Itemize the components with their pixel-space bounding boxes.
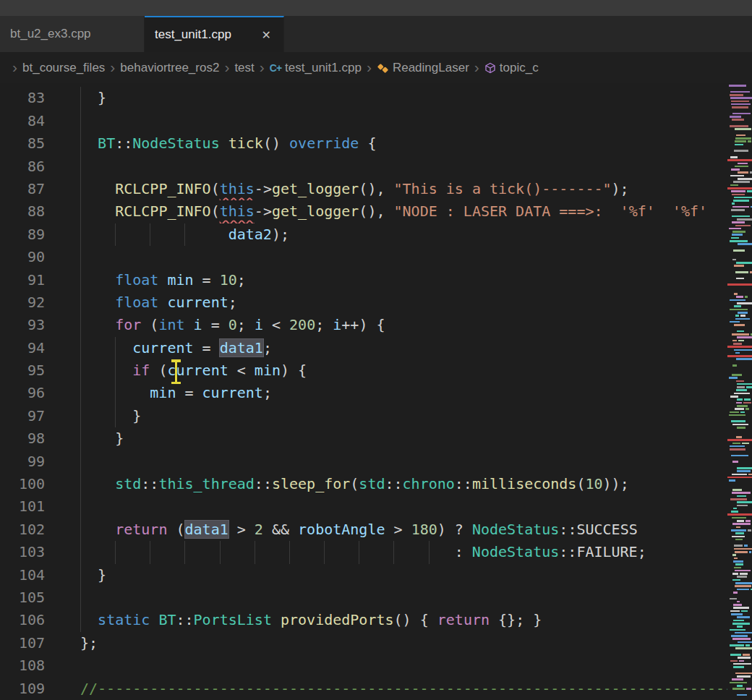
minimap-line: [732, 374, 742, 376]
code-line[interactable]: 103 : NodeStatus::FAILURE;: [0, 541, 727, 563]
tab-bt_u2_ex3.cpp[interactable]: bt_u2_ex3.cpp: [0, 16, 145, 52]
code-token: milliseconds: [472, 475, 577, 492]
code-line[interactable]: 92 float current;: [0, 291, 727, 314]
minimap-line: [732, 215, 751, 218]
indent-guide: [80, 609, 81, 631]
minimap-line: [730, 396, 739, 398]
code-line[interactable]: 101: [0, 495, 727, 518]
code-line[interactable]: 95 if (current < min) {: [0, 359, 727, 382]
minimap-line: [743, 402, 751, 404]
minimap-line: [737, 302, 752, 304]
code-line[interactable]: 90: [0, 246, 727, 268]
code-token: this_thread: [158, 475, 254, 492]
code-line[interactable]: 107};: [0, 632, 727, 654]
code-token: robotAngle: [298, 521, 385, 538]
code-line[interactable]: 93 for (int i = 0; i < 200; i++) {: [0, 314, 727, 336]
indent-guide: [220, 541, 221, 563]
breadcrumb-label: test_unit1.cpp: [285, 61, 362, 75]
code-line[interactable]: 98 }: [0, 427, 727, 450]
code-line[interactable]: 105: [0, 586, 727, 609]
code-token: [158, 271, 167, 289]
minimap-line: [730, 654, 741, 656]
code-token: =: [202, 316, 228, 333]
tab-label: bt_u2_ex3.cpp: [10, 27, 91, 41]
code-line[interactable]: 86: [0, 155, 727, 178]
breadcrumb-item-behaviortree_ros2[interactable]: behaviortree_ros2: [120, 61, 219, 75]
close-icon[interactable]: ✕: [260, 27, 273, 43]
minimap-line: [737, 501, 752, 503]
code-line[interactable]: 97 }: [0, 405, 727, 427]
code-line[interactable]: 96 min = current;: [0, 382, 727, 404]
minimap-line: [738, 178, 752, 180]
code-token: =: [194, 271, 220, 289]
code-token: for: [115, 316, 141, 333]
line-number: 98: [0, 427, 45, 450]
code-line[interactable]: 87 RCLCPP_INFO(this->get_logger(), "This…: [0, 178, 727, 200]
code-token: ::: [455, 475, 472, 492]
code-line[interactable]: 100 std::this_thread::sleep_for(std::chr…: [0, 473, 727, 495]
code-line[interactable]: 102 return (data1 > 2 && robotAngle > 18…: [0, 518, 727, 541]
code-line[interactable]: 109//-----------------------------------…: [0, 678, 727, 700]
code-token: RCLCPP_INFO: [115, 202, 210, 220]
code-line[interactable]: 83 }: [0, 87, 727, 109]
minimap-line: [738, 171, 748, 174]
code-line[interactable]: 85 BT::NodeStatus tick() override {: [0, 132, 727, 155]
minimap[interactable]: [727, 83, 752, 700]
code-token: [80, 135, 98, 152]
minimap-line: [737, 427, 745, 429]
code-token: {}; }: [490, 611, 542, 628]
minimap-line: [737, 576, 747, 578]
line-number: 93: [0, 314, 45, 336]
code-content: min = current;: [45, 382, 727, 404]
line-number: 85: [0, 132, 45, 155]
code-content: BT::NodeStatus tick() override {: [45, 132, 727, 155]
code-token: [80, 521, 115, 538]
minimap-line: [733, 343, 743, 345]
code-token: {: [359, 135, 376, 152]
code-line[interactable]: 84: [0, 110, 727, 132]
minimap-line: [732, 234, 743, 236]
code-token: ::: [385, 475, 402, 492]
breadcrumb-item-bt_course_files[interactable]: bt_course_files: [22, 61, 105, 75]
line-number: 97: [0, 405, 45, 427]
code-token: float: [115, 294, 158, 311]
line-number: 106: [0, 609, 45, 631]
breadcrumb-item-ReadingLaser[interactable]: ReadingLaser: [377, 61, 469, 75]
code-line[interactable]: 88 RCLCPP_INFO(this->get_logger(), "NODE…: [0, 200, 727, 223]
breadcrumb-item-topic_c[interactable]: topic_c: [484, 61, 539, 75]
minimap-line: [730, 240, 747, 242]
minimap-line: [735, 140, 745, 142]
code-line[interactable]: 94 current = data1;: [0, 337, 727, 359]
code-token: min: [255, 362, 281, 379]
code-token: //--------------------------------------…: [80, 680, 727, 697]
minimap-line: [738, 312, 748, 314]
class-icon: [377, 61, 389, 74]
breadcrumb-item-test_unit1.cpp[interactable]: C+test_unit1.cpp: [270, 61, 362, 75]
minimap-line: [732, 206, 749, 208]
code-token: float: [115, 271, 158, 289]
minimap-line: [727, 159, 752, 161]
code-line[interactable]: 106 static BT::PortsList providedPorts()…: [0, 609, 727, 631]
tab-test_unit1.cpp[interactable]: test_unit1.cpp✕: [145, 16, 284, 52]
code-token: (),: [359, 202, 393, 220]
code-token: tick: [228, 135, 263, 152]
code-line[interactable]: 108: [0, 654, 727, 677]
minimap-line: [735, 166, 748, 168]
breadcrumb-label: bt_course_files: [22, 61, 105, 75]
code-token: (): [263, 135, 289, 152]
code-editor[interactable]: 82 } );83 }8485 BT::NodeStatus tick() ov…: [0, 83, 727, 700]
code-line[interactable]: 91 float min = 10;: [0, 269, 727, 291]
indent-guide: [115, 337, 116, 359]
code-token: (: [141, 316, 158, 333]
minimap-line: [729, 414, 745, 417]
line-number: 104: [0, 564, 45, 586]
minimap-line: [734, 305, 741, 307]
tab-bar: bt_u2_ex3.cpptest_unit1.cpp✕: [0, 16, 752, 52]
line-number: 92: [0, 291, 45, 314]
breadcrumb-item-test[interactable]: test: [234, 61, 254, 75]
code-line[interactable]: 89 data2);: [0, 223, 727, 246]
code-token: ;: [263, 339, 272, 357]
breadcrumb: ›bt_course_files›behaviortree_ros2›test›…: [0, 52, 752, 83]
code-line[interactable]: 104 }: [0, 564, 727, 586]
code-line[interactable]: 99: [0, 451, 727, 473]
